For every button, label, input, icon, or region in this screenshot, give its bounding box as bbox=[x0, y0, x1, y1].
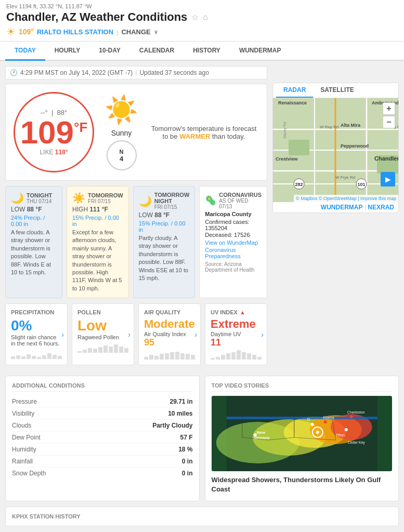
fc-header-tn: 🌙 TOMORROW NIGHT FRI 07/15 bbox=[139, 192, 190, 210]
update-time: 🕐 4:29 PM MST on July 14, 2022 (GMT -7) … bbox=[5, 66, 267, 79]
temp-like: LIKE 118° bbox=[40, 149, 68, 156]
cond-row-pressure: Pressure 29.71 in bbox=[12, 396, 193, 408]
fc-header-tomorrow: ☀️ TOMORROW FRI 07/15 bbox=[72, 192, 123, 204]
widget-uv-index: UV INDEX ▲ Extreme Daytime UV 11 bbox=[205, 303, 267, 365]
station-name[interactable]: RIALTO HILLS STATION bbox=[37, 28, 113, 36]
compass: N 4 bbox=[107, 140, 137, 170]
precip-title: PRECIPITATION bbox=[11, 309, 62, 315]
aqi-title: AIR QUALITY bbox=[144, 309, 195, 315]
chevron-down-icon: ∨ bbox=[154, 29, 158, 35]
wundermap-links: WUNDERMAP | NEXRAD bbox=[273, 202, 398, 212]
tab-history[interactable]: HISTORY bbox=[184, 42, 230, 60]
precip-bars bbox=[11, 350, 62, 359]
video-thumbnail[interactable]: New Orleans D Atlanta Charleston Tifton … bbox=[212, 396, 393, 471]
tonight-date: THU 07/14 bbox=[27, 198, 52, 204]
additional-conditions: ADDITIONAL CONDITIONS Pressure 29.71 in … bbox=[5, 376, 200, 501]
svg-text:Stacey Rd: Stacey Rd bbox=[283, 122, 287, 139]
tn-period: TOMORROW NIGHT bbox=[154, 192, 190, 204]
cond-label-pressure: Pressure bbox=[12, 398, 37, 405]
map-attribution: © Mapbox © OpenStreetMap | Improve this … bbox=[294, 195, 398, 202]
svg-point-42 bbox=[344, 428, 347, 431]
covid-date: AS OF WED 07/13 bbox=[219, 198, 262, 209]
forecast-tonight: 🌙 TONIGHT THU 07/14 LOW 88 °F 24% Precip… bbox=[5, 186, 62, 298]
cond-label-humidity: Humidity bbox=[12, 446, 36, 453]
svg-point-38 bbox=[323, 420, 327, 423]
pollen-bars bbox=[77, 343, 128, 353]
map-zoom-out[interactable]: − bbox=[383, 116, 395, 128]
svg-text:New: New bbox=[256, 430, 265, 435]
svg-text:Cedar Key: Cedar Key bbox=[347, 441, 365, 445]
sun-big-icon: ☀️ bbox=[105, 94, 138, 126]
change-link[interactable]: CHANGE bbox=[121, 28, 150, 36]
aqi-bars bbox=[144, 350, 195, 360]
station-row: ☀ 109° RIALTO HILLS STATION | CHANGE ∨ bbox=[6, 25, 398, 41]
wundermap-link[interactable]: WUNDERMAP bbox=[321, 204, 363, 211]
svg-text:Pepperwood: Pepperwood bbox=[341, 143, 369, 149]
moon-icon: 🌙 bbox=[11, 192, 24, 204]
covid-confirmed: Confirmed cases: 1355204 bbox=[205, 219, 262, 231]
tn-date: FRI 07/15 bbox=[154, 204, 190, 210]
map-controls: + − bbox=[383, 102, 395, 128]
pollen-sub: Ragweed Pollen bbox=[77, 334, 128, 340]
covid-county: Maricopa County bbox=[205, 211, 262, 217]
tab-today[interactable]: TODAY bbox=[5, 42, 45, 61]
map-tabs: RADAR SATELLITE bbox=[273, 83, 398, 98]
map-container: RADAR SATELLITE bbox=[272, 83, 399, 213]
nav-tabs: TODAY HOURLY 10-DAY CALENDAR HISTORY WUN… bbox=[0, 42, 404, 61]
svg-text:D: D bbox=[307, 417, 310, 422]
svg-rect-32 bbox=[226, 417, 377, 419]
bottom-section: ADDITIONAL CONDITIONS Pressure 29.71 in … bbox=[0, 376, 404, 506]
tab-calendar[interactable]: CALENDAR bbox=[130, 42, 184, 60]
cond-row-rainfall: Rainfall 0 in bbox=[12, 456, 193, 468]
tn-desc: Partly cloudy. A stray shower or thunder… bbox=[139, 234, 190, 282]
covid-source: Source: Arizona Department of Health bbox=[205, 261, 262, 273]
page-title: Chandler, AZ Weather Conditions ☆ ⌂ bbox=[6, 10, 398, 24]
tab-10day[interactable]: 10-DAY bbox=[89, 42, 130, 60]
precip-arrow[interactable]: › bbox=[61, 330, 64, 339]
main-layout: 🕐 4:29 PM MST on July 14, 2022 (GMT -7) … bbox=[0, 61, 404, 376]
tab-satellite[interactable]: SATELLITE bbox=[313, 83, 361, 98]
video-caption: Widespread Showers, Thunderstorms Likely… bbox=[212, 475, 393, 494]
sun-small-icon: ☀️ bbox=[72, 192, 85, 204]
cond-value-clouds: Partly Cloudy bbox=[152, 422, 192, 429]
cond-value-humidity: 18 % bbox=[178, 446, 192, 453]
cond-row-dewpoint: Dew Point 57 F bbox=[12, 432, 193, 444]
pollen-value: Low bbox=[77, 317, 128, 334]
svg-point-40 bbox=[349, 415, 353, 418]
tab-radar[interactable]: RADAR bbox=[276, 83, 313, 98]
svg-text:Crestview: Crestview bbox=[276, 156, 298, 162]
forecast-tomorrow-night: 🌙 TOMORROW NIGHT FRI 07/15 LOW 88 °F 15%… bbox=[133, 186, 196, 298]
pollen-arrow[interactable]: › bbox=[128, 330, 131, 339]
uv-arrow[interactable]: › bbox=[261, 330, 264, 339]
clock-icon: 🕐 bbox=[10, 69, 18, 76]
map-zoom-in[interactable]: + bbox=[383, 102, 395, 115]
svg-text:Charleston: Charleston bbox=[347, 410, 364, 414]
covid-card: 🦠 CORONAVIRUS AS OF WED 07/13 Maricopa C… bbox=[199, 186, 267, 298]
pollen-title: POLLEN bbox=[77, 309, 128, 315]
widget-precipitation: PRECIPITATION 0% Slight rain chance in t… bbox=[5, 303, 68, 365]
tn-temp: LOW 88 °F bbox=[139, 211, 190, 219]
star-icon[interactable]: ☆ bbox=[191, 12, 199, 22]
aqi-arrow[interactable]: › bbox=[194, 330, 197, 339]
covid-link1[interactable]: View on WunderMap bbox=[205, 240, 262, 246]
title-text: Chandler, AZ Weather Conditions bbox=[6, 10, 187, 24]
cond-label-clouds: Clouds bbox=[12, 422, 31, 429]
add-cond-title: ADDITIONAL CONDITIONS bbox=[12, 382, 193, 392]
svg-text:Atlanta: Atlanta bbox=[322, 416, 334, 419]
video-stories: TOP VIDEO STORIES New Orleans bbox=[205, 376, 399, 501]
forecast-tomorrow: ☀️ TOMORROW FRI 07/15 HIGH 111 °F 15% Pr… bbox=[67, 186, 129, 298]
covid-link2[interactable]: Coronavirus Preparedness bbox=[205, 247, 262, 259]
cond-label-dewpoint: Dew Point bbox=[12, 434, 41, 441]
widget-pollen: POLLEN Low Ragweed Pollen › bbox=[72, 303, 134, 365]
nexrad-link[interactable]: NEXRAD bbox=[368, 204, 394, 211]
cond-row-humidity: Humidity 18 % bbox=[12, 444, 193, 456]
tab-wundermap[interactable]: WUNDERMAP bbox=[230, 42, 291, 60]
aqi-value: Moderate bbox=[144, 317, 195, 331]
map-play-button[interactable]: ▶ bbox=[381, 172, 395, 187]
precip-value: 0% bbox=[11, 317, 62, 334]
tab-hourly[interactable]: HOURLY bbox=[45, 42, 90, 60]
home-icon[interactable]: ⌂ bbox=[203, 12, 208, 22]
widgets-row: PRECIPITATION 0% Slight rain chance in t… bbox=[5, 303, 267, 365]
svg-text:W Frye Rd: W Frye Rd bbox=[335, 175, 355, 180]
divider: | bbox=[116, 28, 118, 36]
